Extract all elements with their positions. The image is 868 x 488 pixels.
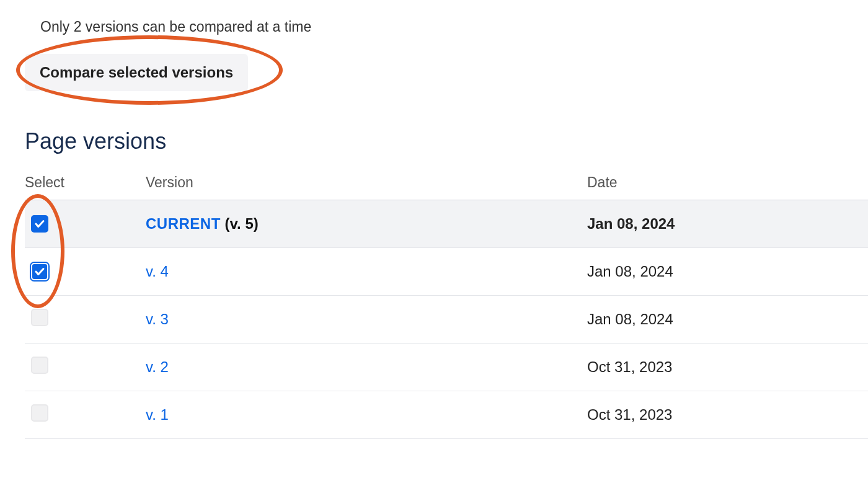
select-version-checkbox[interactable] bbox=[31, 404, 48, 422]
table-row: v. 2Oct 31, 2023 bbox=[25, 344, 868, 391]
compare-button-wrap: Compare selected versions bbox=[25, 54, 248, 91]
version-link[interactable]: CURRENT bbox=[146, 215, 221, 232]
select-version-checkbox[interactable] bbox=[31, 215, 48, 233]
cell-date: Jan 08, 2024 bbox=[587, 263, 868, 280]
cell-select bbox=[25, 404, 146, 425]
page-versions-heading: Page versions bbox=[25, 128, 868, 154]
header-version: Version bbox=[146, 174, 587, 191]
header-select: Select bbox=[25, 174, 146, 191]
version-link[interactable]: v. 1 bbox=[146, 406, 169, 423]
table-header-row: Select Version Date bbox=[25, 174, 868, 200]
cell-date: Oct 31, 2023 bbox=[587, 406, 868, 424]
versions-table: Select Version Date CURRENT (v. 5)Jan 08… bbox=[25, 174, 868, 439]
table-body: CURRENT (v. 5)Jan 08, 2024v. 4Jan 08, 20… bbox=[25, 200, 868, 439]
cell-version: CURRENT (v. 5) bbox=[146, 215, 587, 233]
info-text: Only 2 versions can be compared at a tim… bbox=[40, 19, 868, 35]
cell-version: v. 3 bbox=[146, 311, 587, 328]
table-row: CURRENT (v. 5)Jan 08, 2024 bbox=[25, 200, 868, 248]
table-row: v. 4Jan 08, 2024 bbox=[25, 248, 868, 296]
cell-date: Oct 31, 2023 bbox=[587, 358, 868, 376]
version-link[interactable]: v. 2 bbox=[146, 358, 169, 375]
cell-select bbox=[25, 263, 146, 281]
compare-selected-versions-button[interactable]: Compare selected versions bbox=[25, 54, 248, 91]
table-row: v. 3Jan 08, 2024 bbox=[25, 296, 868, 344]
select-version-checkbox[interactable] bbox=[31, 309, 48, 326]
version-link[interactable]: v. 3 bbox=[146, 311, 169, 327]
table-row: v. 1Oct 31, 2023 bbox=[25, 391, 868, 439]
cell-select bbox=[25, 357, 146, 378]
version-suffix: (v. 5) bbox=[221, 215, 259, 232]
version-link[interactable]: v. 4 bbox=[146, 263, 169, 280]
select-version-checkbox[interactable] bbox=[31, 263, 48, 280]
cell-date: Jan 08, 2024 bbox=[587, 311, 868, 328]
cell-select bbox=[25, 309, 146, 330]
cell-select bbox=[25, 215, 146, 233]
cell-date: Jan 08, 2024 bbox=[587, 215, 868, 233]
select-version-checkbox[interactable] bbox=[31, 357, 48, 374]
cell-version: v. 1 bbox=[146, 406, 587, 424]
cell-version: v. 4 bbox=[146, 263, 587, 280]
cell-version: v. 2 bbox=[146, 358, 587, 376]
header-date: Date bbox=[587, 174, 868, 191]
